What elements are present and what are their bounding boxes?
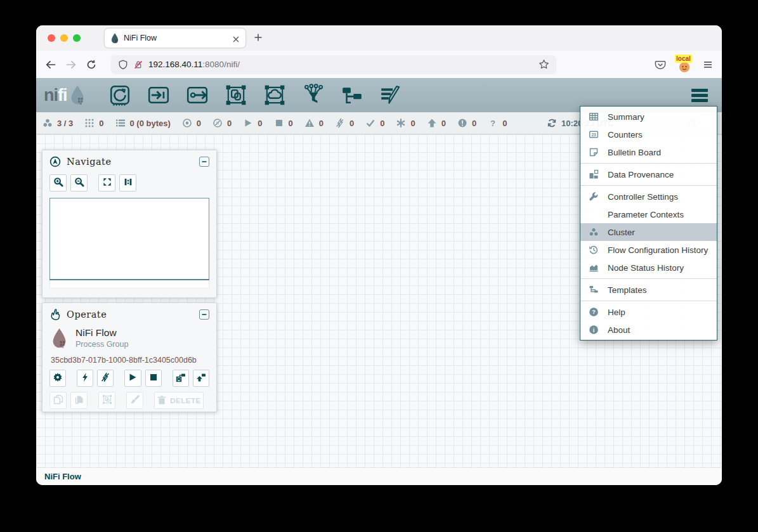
operate-panel: Operate NiFi Flow Process Group 35cbd3b7…: [42, 302, 217, 412]
operate-collapse-button[interactable]: [199, 309, 209, 320]
url-bar[interactable]: 192.168.40.11:8080/nifi/: [111, 55, 556, 74]
delete-button[interactable]: DELETE: [154, 392, 204, 409]
window-minimize-button[interactable]: [60, 34, 68, 42]
threads-icon: [84, 118, 95, 128]
start-button[interactable]: [124, 370, 141, 387]
menu-item-parameter-contexts[interactable]: Parameter Contexts: [580, 205, 717, 223]
toolbar-processor[interactable]: [108, 84, 131, 107]
birdseye-icon: [49, 156, 61, 167]
group-icon: [102, 394, 112, 406]
group-button[interactable]: [98, 392, 115, 409]
svg-text:23: 23: [591, 133, 596, 137]
enable-button[interactable]: [77, 370, 93, 387]
menu-item-bulletin-board[interactable]: Bulletin Board: [580, 143, 717, 161]
cluster-icon: [588, 227, 599, 237]
menu-item-about[interactable]: i About: [580, 321, 717, 339]
configuration-button[interactable]: [49, 370, 66, 387]
toolbar-funnel[interactable]: [302, 84, 325, 107]
menu-item-templates[interactable]: Templates: [580, 281, 717, 299]
copy-button[interactable]: [49, 392, 67, 409]
window-close-button[interactable]: [48, 34, 55, 42]
browser-navbar: 192.168.40.11:8080/nifi/ local: [36, 51, 722, 78]
process-group-icon: [51, 328, 68, 349]
insecure-lock-icon[interactable]: [133, 60, 143, 70]
menu-item-data-provenance[interactable]: Data Provenance: [580, 165, 717, 183]
running-icon: [243, 118, 253, 128]
window-zoom-button[interactable]: [73, 34, 81, 42]
browser-menu-icon[interactable]: [703, 60, 713, 70]
paste-button[interactable]: [70, 392, 88, 409]
status-sync-failure: ? 0: [488, 118, 507, 128]
pocket-icon[interactable]: [655, 59, 666, 70]
menu-item-node-status-history[interactable]: Node Status History: [580, 259, 717, 276]
browser-tab[interactable]: NiFi Flow: [105, 29, 245, 48]
about-icon: i: [588, 325, 599, 335]
breadcrumb[interactable]: NiFi Flow: [44, 472, 81, 481]
data-provenance-icon: [588, 169, 599, 179]
navigate-buttons: [42, 169, 216, 191]
birdseye-map[interactable]: [49, 198, 209, 280]
toolbar-remote-process-group[interactable]: [263, 84, 286, 107]
menu-item-help[interactable]: ? Help: [580, 303, 717, 321]
menu-divider: [580, 163, 717, 164]
toolbar-process-group[interactable]: [225, 84, 247, 107]
stop-button[interactable]: [145, 370, 162, 387]
profile-avatar[interactable]: local: [677, 56, 692, 73]
status-queued: 0 (0 bytes): [115, 118, 171, 128]
logo-ni: ni: [44, 86, 58, 105]
global-menu-button[interactable]: [691, 89, 708, 102]
menu-item-cluster[interactable]: Cluster: [580, 223, 717, 241]
menu-item-controller-settings[interactable]: Controller Settings: [580, 188, 717, 205]
toolbar-template[interactable]: [341, 84, 363, 107]
navigate-collapse-button[interactable]: [199, 157, 209, 167]
navigate-panel: Navigate: [42, 150, 217, 298]
nifi-favicon: [110, 33, 119, 44]
menu-item-flow-configuration-history[interactable]: Flow Configuration History: [580, 241, 717, 259]
start-icon: [127, 372, 138, 384]
toolbar-label[interactable]: [379, 84, 402, 107]
templates-icon: [588, 285, 599, 295]
status-transmitting: 0: [182, 118, 201, 128]
shield-icon[interactable]: [118, 60, 128, 70]
operate-buttons-row1: [42, 365, 216, 387]
upload-template-button[interactable]: [193, 370, 209, 387]
zoom-in-button[interactable]: [49, 174, 67, 191]
tab-close-icon[interactable]: [232, 34, 240, 42]
template-icon: [341, 98, 363, 108]
profile-label: local: [675, 55, 692, 63]
breadcrumb-bar: NiFi Flow: [36, 467, 722, 485]
flow-type: Process Group: [75, 340, 128, 349]
locally-modified-stale-icon: [457, 118, 467, 128]
save-template-button[interactable]: [173, 370, 189, 387]
flow-configuration-history-icon: [588, 245, 599, 255]
controller-settings-icon: [588, 191, 599, 202]
status-locally-modified: 0: [396, 118, 415, 128]
fill-color-button[interactable]: [126, 392, 143, 409]
disable-button[interactable]: [97, 370, 114, 387]
zoom-actual-button[interactable]: [119, 174, 136, 191]
status-invalid: 0: [304, 118, 323, 128]
browser-window: NiFi Flow 192.168.40.11:8080/nifi/ local: [36, 25, 722, 485]
menu-item-counters[interactable]: 23 Counters: [580, 126, 717, 143]
reload-icon[interactable]: [86, 59, 97, 70]
up-to-date-icon: [365, 118, 376, 128]
zoom-out-button[interactable]: [70, 174, 88, 191]
menu-item-summary[interactable]: Summary: [580, 108, 717, 126]
refresh-icon[interactable]: [547, 118, 557, 128]
label-icon: [379, 98, 402, 108]
gear-icon: [53, 372, 63, 384]
operate-title: Operate: [67, 309, 107, 320]
tab-title: NiFi Flow: [124, 34, 228, 42]
funnel-icon: [302, 98, 325, 108]
toolbar-output-port[interactable]: [186, 84, 209, 107]
forward-icon[interactable]: [65, 59, 77, 70]
not-transmitting-icon: [212, 118, 223, 128]
toolbar-input-port[interactable]: [147, 84, 170, 107]
new-tab-button[interactable]: [254, 33, 263, 42]
zoom-fit-button[interactable]: [98, 174, 115, 191]
bookmark-star-icon[interactable]: [539, 59, 549, 70]
window-controls: [48, 34, 81, 42]
fill-color-icon: [130, 394, 140, 406]
back-icon[interactable]: [45, 59, 56, 70]
stop-icon: [148, 372, 159, 384]
